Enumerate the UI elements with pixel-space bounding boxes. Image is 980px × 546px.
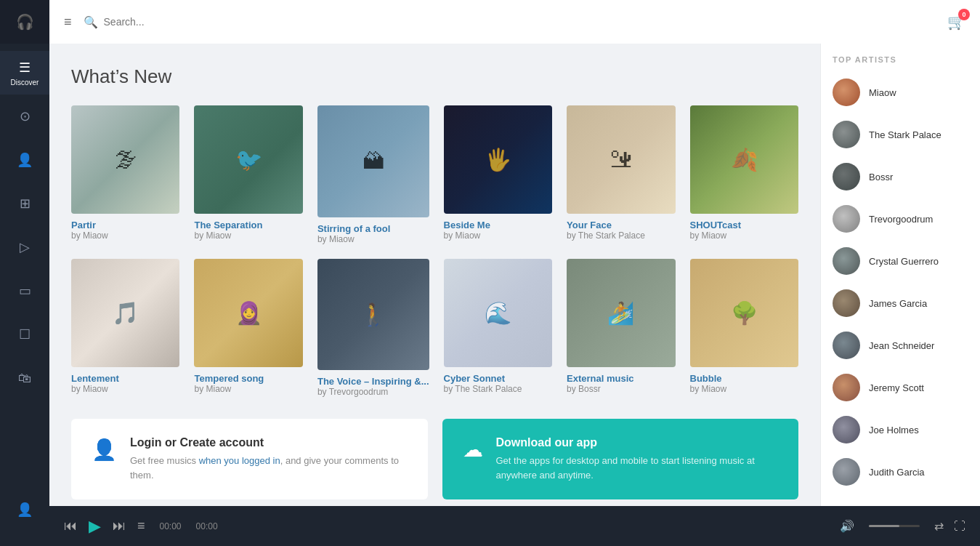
- sidebar-item-video[interactable]: ▷: [0, 225, 49, 269]
- artist-name-3: Bossr: [869, 172, 893, 182]
- artist-name-5: Crystal Guerrero: [869, 256, 939, 267]
- album-thumb-1: 🌫: [71, 105, 179, 214]
- album-title-9: The Voice – Inspiring &...: [317, 376, 429, 387]
- album-thumb-9: 🚶: [317, 259, 429, 371]
- sidebar-item-doc[interactable]: ☐: [0, 313, 49, 356]
- right-sidebar: TOP ARTISTS Miaow The Stark Palace Bossr…: [820, 44, 980, 506]
- artist-avatar-9: [833, 416, 860, 443]
- artist-item-8[interactable]: Jeremy Scott: [821, 366, 980, 409]
- cta-row: 👤 Login or Create account Get free music…: [71, 419, 798, 499]
- time-current: 00:00: [160, 521, 182, 531]
- album-artist-7: by Miaow: [71, 384, 179, 394]
- time-total: 00:00: [196, 521, 218, 531]
- search-icon: 🔍: [84, 15, 98, 29]
- play-button[interactable]: ▶: [89, 517, 101, 536]
- cart-button[interactable]: 🛒 0: [947, 13, 965, 31]
- artist-avatar-4: [833, 205, 860, 233]
- album-thumb-7: 🎵: [71, 259, 179, 367]
- artist-item-5[interactable]: Crystal Guerrero: [821, 240, 980, 282]
- sidebar-item-grid[interactable]: ⊞: [0, 182, 49, 225]
- search-wrapper: 🔍: [84, 15, 504, 29]
- section-title: What’s New: [71, 65, 798, 88]
- main-wrapper: ≡ 🔍 🛒 0 What’s New 🌫 Partir by Miaow: [49, 0, 980, 546]
- artist-name-2: The Stark Palace: [869, 129, 941, 140]
- music-card-1[interactable]: 🌫 Partir by Miaow: [71, 105, 179, 244]
- shuffle-button[interactable]: ⇄: [934, 519, 944, 533]
- sidebar-item-explore[interactable]: ⊙: [0, 95, 49, 138]
- music-card-6[interactable]: 🍂 SHOUTcast by Miaow: [690, 105, 798, 244]
- album-title-4: Beside Me: [444, 220, 552, 230]
- music-card-7[interactable]: 🎵 Lentement by Miaow: [71, 259, 179, 398]
- top-artists-header: TOP ARTISTS: [821, 44, 980, 71]
- play-circle-icon: ▷: [20, 239, 30, 255]
- sidebar-item-profile[interactable]: 👤: [0, 488, 49, 531]
- sidebar-nav: ☰ Discover ⊙ 👤 ⊞ ▷ ▭ ☐ 🛍: [0, 44, 49, 488]
- player-extra: ⇄ ⛶: [934, 519, 965, 533]
- app-logo: 🎧: [0, 0, 49, 44]
- artist-avatar-1: [833, 79, 860, 106]
- artist-item-2[interactable]: The Stark Palace: [821, 113, 980, 156]
- list-icon: ☰: [19, 60, 31, 76]
- album-title-11: External music: [567, 373, 675, 384]
- grid-icon: ⊞: [20, 196, 31, 212]
- person-icon: 👤: [17, 152, 33, 168]
- volume-icon[interactable]: 🔊: [840, 519, 854, 533]
- music-card-11[interactable]: 🏄 External music by Bossr: [567, 259, 675, 398]
- album-artist-4: by Miaow: [444, 230, 552, 241]
- login-cta-content: Login or Create account Get free musics …: [130, 436, 408, 482]
- artist-item-7[interactable]: Jean Schneider: [821, 324, 980, 366]
- artist-item-4[interactable]: Trevorgoodrum: [821, 198, 980, 240]
- player-controls: ⏮ ▶ ⏭ ≡: [64, 517, 145, 536]
- artist-avatar-10: [833, 458, 860, 486]
- music-card-10[interactable]: 🌊 Cyber Sonnet by The Stark Palace: [444, 259, 552, 398]
- artist-item-10[interactable]: Judith Garcia: [821, 451, 980, 493]
- album-artist-5: by The Stark Palace: [567, 230, 675, 241]
- artist-name-7: Jean Schneider: [869, 340, 934, 351]
- artist-name-10: Judith Garcia: [869, 467, 925, 478]
- menu-button[interactable]: ≡: [64, 15, 72, 30]
- artist-item-3[interactable]: Bossr: [821, 156, 980, 198]
- sidebar-item-label: Discover: [11, 79, 39, 87]
- music-card-8[interactable]: 🧕 Tempered song by Miaow: [194, 259, 302, 398]
- music-card-2[interactable]: 🐦 The Separation by Miaow: [194, 105, 302, 244]
- main-content: What’s New 🌫 Partir by Miaow 🐦 The Separ…: [49, 44, 820, 506]
- login-cta[interactable]: 👤 Login or Create account Get free music…: [71, 419, 428, 499]
- rewind-button[interactable]: ⏮: [64, 518, 77, 534]
- album-thumb-11: 🏄: [567, 259, 675, 367]
- sidebar-item-bag[interactable]: 🛍: [0, 356, 49, 400]
- login-cta-link[interactable]: when you logged in: [199, 455, 280, 466]
- album-thumb-4: 🖐: [444, 105, 552, 214]
- sidebar-item-discover[interactable]: ☰ Discover: [0, 51, 49, 95]
- artist-avatar-7: [833, 332, 860, 359]
- sidebar-item-artists[interactable]: 👤: [0, 138, 49, 182]
- artist-item-9[interactable]: Joe Holmes: [821, 409, 980, 451]
- music-card-4[interactable]: 🖐 Beside Me by Miaow: [444, 105, 552, 244]
- album-thumb-8: 🧕: [194, 259, 302, 367]
- artist-item-6[interactable]: James Garcia: [821, 282, 980, 324]
- music-card-12[interactable]: 🌳 Bubble by Miaow: [690, 259, 798, 398]
- album-artist-3: by Miaow: [317, 234, 429, 244]
- album-title-8: Tempered song: [194, 373, 302, 384]
- music-card-9[interactable]: 🚶 The Voice – Inspiring &... by Trevorgo…: [317, 259, 429, 398]
- fast-forward-button[interactable]: ⏭: [113, 518, 126, 534]
- sidebar-item-film[interactable]: ▭: [0, 269, 49, 313]
- album-artist-1: by Miaow: [71, 230, 179, 241]
- search-input[interactable]: [104, 16, 249, 28]
- headphones-icon: 🎧: [16, 13, 34, 31]
- fullscreen-button[interactable]: ⛶: [954, 520, 965, 533]
- login-cta-desc: Get free musics when you logged in, and …: [130, 454, 408, 482]
- album-title-6: SHOUTcast: [690, 220, 798, 230]
- music-card-3[interactable]: 🏔 Stirring of a fool by Miaow: [317, 105, 429, 244]
- music-grid: 🌫 Partir by Miaow 🐦 The Separation by Mi…: [71, 105, 798, 397]
- music-card-5[interactable]: 🏜 Your Face by The Stark Palace: [567, 105, 675, 244]
- album-artist-6: by Miaow: [690, 230, 798, 241]
- volume-fill: [869, 525, 899, 527]
- download-cta[interactable]: ☁ Download our app Get the apps for desk…: [442, 419, 799, 499]
- explore-icon: ⊙: [20, 108, 31, 124]
- playlist-button[interactable]: ≡: [137, 518, 145, 534]
- content-row: What’s New 🌫 Partir by Miaow 🐦 The Separ…: [49, 44, 980, 506]
- album-artist-9: by Trevorgoodrum: [317, 387, 429, 397]
- volume-slider[interactable]: [869, 525, 920, 527]
- artist-item-1[interactable]: Miaow: [821, 71, 980, 113]
- cart-badge: 0: [958, 9, 970, 20]
